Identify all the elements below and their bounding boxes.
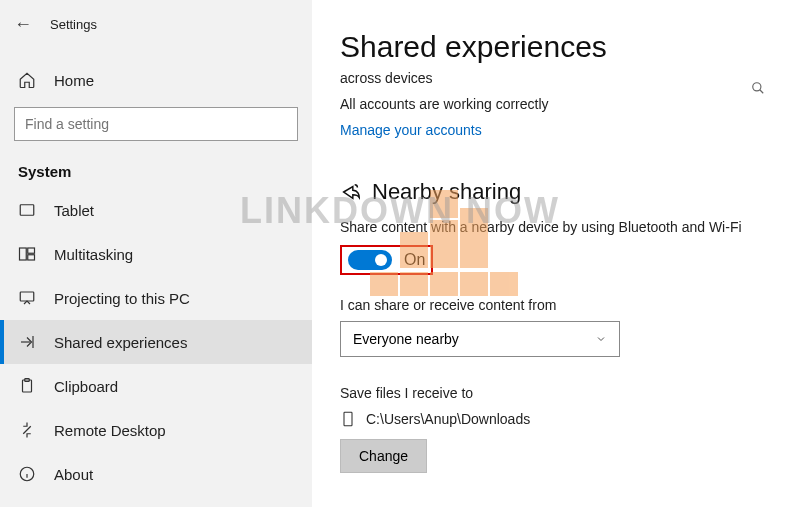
- nearby-sharing-heading: Nearby sharing: [340, 179, 765, 205]
- save-path-row: C:\Users\Anup\Downloads: [340, 409, 765, 429]
- svg-rect-13: [344, 412, 352, 425]
- sidebar-item-remote-desktop[interactable]: Remote Desktop: [0, 408, 312, 452]
- search-wrap: [0, 107, 312, 141]
- sidebar-item-label: Tablet: [54, 202, 94, 219]
- window-topbar: ← Settings: [0, 8, 312, 41]
- tablet-icon: [18, 201, 36, 219]
- svg-rect-4: [20, 248, 27, 260]
- sidebar-item-label: Projecting to this PC: [54, 290, 190, 307]
- nearby-toggle[interactable]: [348, 250, 392, 270]
- sidebar-item-label: Clipboard: [54, 378, 118, 395]
- sidebar-item-label: About: [54, 466, 93, 483]
- manage-accounts-link[interactable]: Manage your accounts: [340, 122, 482, 138]
- toggle-state-label: On: [404, 251, 425, 269]
- share-from-value: Everyone nearby: [353, 331, 459, 347]
- sidebar-item-about[interactable]: About: [0, 452, 312, 496]
- sidebar-item-clipboard[interactable]: Clipboard: [0, 364, 312, 408]
- search-input[interactable]: [14, 107, 298, 141]
- svg-rect-7: [20, 292, 34, 301]
- share-from-label: I can share or receive content from: [340, 297, 765, 313]
- subline-1: across devices: [340, 70, 765, 86]
- highlight-outline: On: [340, 245, 433, 275]
- page-title: Shared experiences: [340, 30, 765, 64]
- sidebar-item-projecting[interactable]: Projecting to this PC: [0, 276, 312, 320]
- nearby-desc: Share content with a nearby device by us…: [340, 219, 765, 235]
- sidebar: ← Settings Home System Tablet Multitaski…: [0, 0, 312, 507]
- back-icon[interactable]: ←: [14, 14, 32, 35]
- svg-rect-5: [28, 248, 35, 253]
- sidebar-item-tablet[interactable]: Tablet: [0, 188, 312, 232]
- remote-icon: [18, 421, 36, 439]
- shared-icon: [18, 333, 36, 351]
- save-path: C:\Users\Anup\Downloads: [366, 411, 530, 427]
- sidebar-item-label: Shared experiences: [54, 334, 187, 351]
- device-icon: [340, 409, 356, 429]
- sidebar-item-multitasking[interactable]: Multitasking: [0, 232, 312, 276]
- chevron-down-icon: [595, 333, 607, 345]
- about-icon: [18, 465, 36, 483]
- nearby-toggle-row: On: [340, 245, 765, 275]
- sidebar-category: System: [0, 141, 312, 188]
- share-icon: [340, 181, 362, 203]
- change-button[interactable]: Change: [340, 439, 427, 473]
- subline-2: All accounts are working correctly: [340, 96, 765, 112]
- svg-rect-2: [20, 205, 34, 216]
- sidebar-home-label: Home: [54, 72, 94, 89]
- share-from-select[interactable]: Everyone nearby: [340, 321, 620, 357]
- sidebar-home[interactable]: Home: [0, 59, 312, 99]
- svg-rect-6: [28, 255, 35, 260]
- save-to-label: Save files I receive to: [340, 385, 765, 401]
- nearby-sharing-title: Nearby sharing: [372, 179, 521, 205]
- multitasking-icon: [18, 245, 36, 263]
- sidebar-item-label: Remote Desktop: [54, 422, 166, 439]
- window-title: Settings: [50, 17, 97, 32]
- home-icon: [18, 71, 36, 89]
- sidebar-item-label: Multitasking: [54, 246, 133, 263]
- clipboard-icon: [18, 377, 36, 395]
- sidebar-item-shared-experiences[interactable]: Shared experiences: [0, 320, 312, 364]
- content-area: Shared experiences across devices All ac…: [312, 0, 789, 507]
- projecting-icon: [18, 289, 36, 307]
